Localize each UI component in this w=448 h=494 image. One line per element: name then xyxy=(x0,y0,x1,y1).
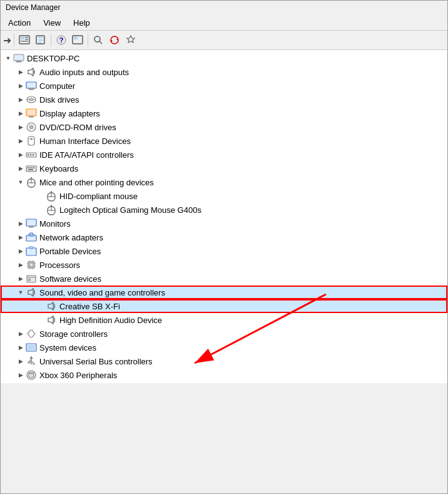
list-item[interactable]: Software devices xyxy=(1,272,447,286)
svg-line-14 xyxy=(99,41,102,44)
svg-rect-3 xyxy=(25,39,28,40)
storage-expander[interactable] xyxy=(16,329,26,339)
list-item[interactable]: Processors xyxy=(1,258,447,272)
processors-icon xyxy=(26,259,37,270)
tree-root[interactable]: DESKTOP-PC xyxy=(1,51,447,65)
computer-expander[interactable] xyxy=(16,81,26,91)
system-expander[interactable] xyxy=(16,342,26,352)
software-label: Software devices xyxy=(39,274,447,284)
system-label: System devices xyxy=(39,343,447,352)
device-tree-container[interactable]: DESKTOP-PC Audio inputs and outputs xyxy=(1,50,447,383)
toolbar-btn-3[interactable] xyxy=(70,33,85,48)
network-expander[interactable] xyxy=(16,232,26,242)
svg-rect-2 xyxy=(25,37,28,38)
svg-rect-38 xyxy=(28,154,29,156)
processors-expander[interactable] xyxy=(16,260,26,270)
mice-logitech-expander xyxy=(36,205,46,215)
toolbar-btn-refresh[interactable] xyxy=(107,33,122,48)
list-item[interactable]: Xbox 360 Peripherals xyxy=(1,368,447,382)
network-icon xyxy=(26,232,37,243)
hid-expander[interactable] xyxy=(16,136,26,146)
mice-hid-expander xyxy=(36,191,46,201)
back-arrow-icon[interactable]: ➜ xyxy=(3,34,11,46)
list-item[interactable]: Audio inputs and outputs xyxy=(1,65,447,79)
list-item[interactable]: Display adapters xyxy=(1,106,447,120)
list-item[interactable]: Storage controllers xyxy=(1,327,447,341)
list-item[interactable]: DVD/CD-ROM drives xyxy=(1,120,447,134)
list-item[interactable]: Portable Devices xyxy=(1,244,447,258)
svg-rect-23 xyxy=(29,89,34,90)
menu-view[interactable]: View xyxy=(38,17,66,29)
svg-rect-59 xyxy=(26,219,36,226)
toolbar-btn-1[interactable] xyxy=(17,33,32,48)
sound-expander[interactable] xyxy=(16,287,26,297)
mice-expander[interactable] xyxy=(16,177,26,187)
computer-icon xyxy=(26,80,37,91)
svg-rect-79 xyxy=(28,279,31,281)
toolbar-btn-settings[interactable] xyxy=(123,33,138,48)
root-expander[interactable] xyxy=(3,53,13,63)
monitors-expander[interactable] xyxy=(16,219,26,229)
ide-label: IDE ATA/ATAPI controllers xyxy=(39,150,447,160)
menu-bar: Action View Help xyxy=(1,14,447,31)
keyboard-label: Keyboards xyxy=(39,164,447,173)
svg-marker-16 xyxy=(111,39,113,42)
system-icon xyxy=(26,342,37,353)
monitors-icon xyxy=(26,218,37,229)
toolbar-btn-search[interactable] xyxy=(91,33,106,48)
audio-expander[interactable] xyxy=(16,67,26,77)
list-item[interactable]: Keyboards xyxy=(1,162,447,175)
list-item[interactable]: IDE ATA/ATAPI controllers xyxy=(1,148,447,162)
svg-marker-80 xyxy=(28,289,33,296)
xbox-label: Xbox 360 Peripherals xyxy=(39,371,447,380)
svg-rect-28 xyxy=(26,109,36,116)
software-icon xyxy=(26,273,37,284)
dvd-expander[interactable] xyxy=(16,122,26,132)
toolbar-btn-help[interactable]: ? xyxy=(54,33,69,48)
list-item[interactable]: Mice and other pointing devices xyxy=(1,175,447,189)
sound-creative-item[interactable]: Creative SB X-Fi xyxy=(1,299,447,313)
ide-icon xyxy=(26,149,37,160)
usb-expander[interactable] xyxy=(16,356,26,366)
sound-hda-icon xyxy=(46,314,57,326)
svg-marker-81 xyxy=(48,302,53,310)
svg-rect-22 xyxy=(26,82,36,88)
monitors-label: Monitors xyxy=(39,219,447,229)
list-item[interactable]: Logitech Optical Gaming Mouse G400s xyxy=(1,203,447,217)
list-item[interactable]: Disk drives xyxy=(1,93,447,106)
list-item[interactable]: Human Interface Devices xyxy=(1,134,447,148)
svg-rect-84 xyxy=(28,345,35,350)
svg-rect-45 xyxy=(33,167,34,168)
software-expander[interactable] xyxy=(16,274,26,284)
svg-marker-21 xyxy=(28,68,33,76)
device-tree: DESKTOP-PC Audio inputs and outputs xyxy=(1,51,447,382)
list-item[interactable]: Monitors xyxy=(1,217,447,230)
hid-icon xyxy=(26,135,37,147)
list-item[interactable]: HID-compliant mouse xyxy=(1,189,447,203)
list-item[interactable]: Universal Serial Bus controllers xyxy=(1,354,447,368)
sound-hda-item[interactable]: High Definition Audio Device xyxy=(1,313,447,327)
list-item[interactable]: System devices xyxy=(1,341,447,354)
keyboard-icon xyxy=(26,163,37,174)
menu-help[interactable]: Help xyxy=(68,17,95,29)
svg-rect-89 xyxy=(28,362,30,363)
ide-expander[interactable] xyxy=(16,150,26,160)
display-expander[interactable] xyxy=(16,108,26,118)
toolbar-btn-2[interactable] xyxy=(33,33,48,48)
dvd-icon xyxy=(26,121,37,133)
portable-expander[interactable] xyxy=(16,246,26,256)
sound-creative-expander xyxy=(36,301,46,311)
list-item[interactable]: Network adapters xyxy=(1,230,447,244)
keyboard-expander[interactable] xyxy=(16,163,26,173)
disk-expander[interactable] xyxy=(16,95,26,105)
list-item[interactable]: Computer xyxy=(1,79,447,93)
menu-action[interactable]: Action xyxy=(3,17,36,29)
window-title: Device Manager xyxy=(6,3,60,12)
svg-point-90 xyxy=(33,363,35,365)
processors-label: Processors xyxy=(39,260,447,270)
hid-label: Human Interface Devices xyxy=(39,136,447,146)
svg-rect-39 xyxy=(30,154,31,156)
xbox-expander[interactable] xyxy=(16,370,26,380)
sound-item[interactable]: Sound, video and game controllers xyxy=(1,286,447,299)
svg-point-13 xyxy=(94,36,100,42)
